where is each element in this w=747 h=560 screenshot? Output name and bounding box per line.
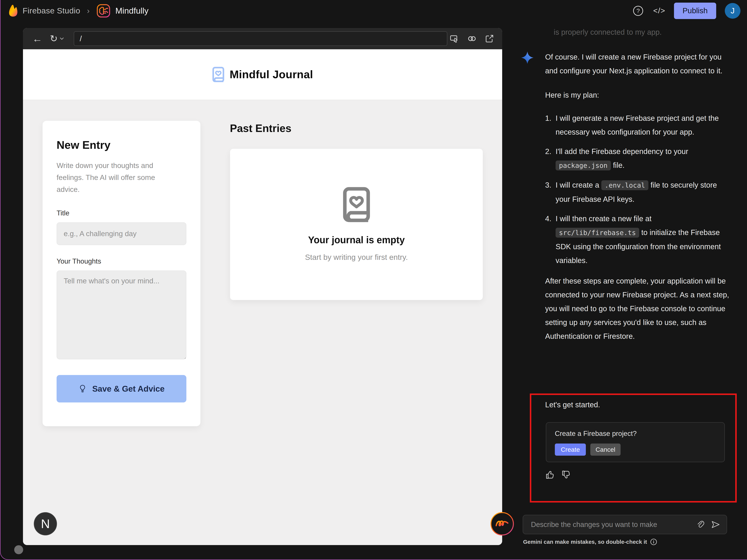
save-get-advice-button[interactable]: Save & Get Advice [57, 375, 186, 402]
code-icon[interactable]: </> [653, 6, 665, 15]
top-bar-actions: ? </> Publish J [632, 3, 741, 19]
link-icon[interactable] [467, 34, 476, 43]
plan-item-text: I will then create a new file at src/lib… [556, 212, 730, 267]
plan-item-number: 3. [545, 178, 556, 206]
plan-item: 3. I will create a .env.local file to se… [545, 178, 730, 206]
save-get-advice-label: Save & Get Advice [92, 384, 164, 394]
gemini-disclaimer-text: Gemini can make mistakes, so double-chec… [523, 539, 647, 545]
empty-journal-card: Your journal is empty Start by writing y… [230, 149, 483, 300]
inline-code: src/lib/firebase.ts [556, 228, 639, 238]
firebase-project-prompt-card: Create a Firebase project? Create Cancel [546, 422, 725, 462]
journal-app-title: Mindful Journal [230, 68, 313, 81]
chat-outro: After these steps are complete, your app… [545, 274, 730, 343]
publish-button[interactable]: Publish [674, 3, 716, 19]
flame-icon [8, 4, 18, 17]
sparkle-icon [521, 52, 534, 64]
title-label: Title [57, 209, 186, 217]
plan-heading: Here is my plan: [545, 88, 730, 102]
inline-code: package.json [556, 161, 611, 170]
status-dot [14, 545, 23, 554]
feedback-buttons [545, 470, 571, 480]
open-external-icon[interactable] [485, 34, 494, 43]
firebase-studio-window: Firebase Studio › Mindfully ? </> Publis… [0, 0, 747, 560]
gemini-disclaimer: Gemini can make mistakes, so double-chec… [523, 538, 657, 545]
info-icon[interactable] [650, 538, 657, 545]
plan-item-number: 1. [545, 111, 556, 139]
book-heart-icon [342, 187, 370, 222]
title-input[interactable] [57, 222, 186, 245]
chat-scrolled-message: is properly connected to my app. [554, 28, 662, 36]
tool-card-buttons: Create Cancel [555, 444, 716, 456]
empty-journal-subtitle: Start by writing your first entry. [305, 253, 408, 262]
plan-item-number: 2. [545, 144, 556, 172]
refresh-icon[interactable]: ↻ [49, 34, 65, 44]
new-entry-heading: New Entry [57, 139, 186, 151]
book-heart-icon [212, 67, 225, 82]
tool-card-question: Create a Firebase project? [555, 430, 716, 437]
breadcrumb-separator: › [87, 6, 89, 15]
brain-circuit-icon [96, 4, 110, 18]
plan-item-text: I will create a .env.local file to secur… [556, 178, 730, 206]
chat-input-bar [523, 515, 727, 534]
paperclip-icon[interactable] [695, 520, 705, 529]
send-icon[interactable] [710, 520, 721, 529]
new-entry-card: New Entry Write down your thoughts and f… [43, 121, 201, 426]
chevron-down-icon [59, 37, 64, 40]
top-bar: Firebase Studio › Mindfully ? </> Publis… [1, 0, 747, 22]
chat-message: Of course. I will create a new Firebase … [545, 50, 730, 343]
plan-item: 2. I'll add the Firebase dependency to y… [545, 144, 730, 172]
annotate-button[interactable] [490, 512, 514, 536]
thumb-down-icon[interactable] [561, 470, 571, 480]
url-input[interactable] [74, 31, 447, 46]
preview-toolbar: ← ↻ [23, 28, 502, 49]
plan-item: 1. I will generate a new Firebase projec… [545, 111, 730, 139]
thoughts-label: Your Thoughts [57, 258, 186, 265]
thoughts-textarea[interactable] [57, 270, 186, 359]
journal-app-content: New Entry Write down your thoughts and f… [23, 100, 502, 545]
chat-cta: Let's get started. [545, 401, 600, 409]
project-name[interactable]: Mindfully [115, 6, 149, 16]
nextjs-dev-badge[interactable]: N [34, 512, 57, 535]
create-button[interactable]: Create [555, 444, 586, 456]
scribble-icon [490, 512, 514, 536]
journal-app-header: Mindful Journal [23, 49, 502, 100]
thumb-up-icon[interactable] [545, 470, 555, 480]
plan-item-text: I will generate a new Firebase project a… [556, 111, 730, 139]
svg-text:?: ? [637, 7, 640, 14]
preview-toolbar-icons [450, 34, 494, 43]
breadcrumb: Firebase Studio › Mindfully [8, 4, 149, 18]
inspect-icon[interactable] [450, 34, 459, 43]
app-preview-pane: ← ↻ [23, 28, 502, 545]
chat-input[interactable] [523, 515, 690, 534]
new-entry-description: Write down your thoughts and feelings. T… [57, 160, 174, 195]
avatar[interactable]: J [725, 3, 741, 19]
plan-item-text: I'll add the Firebase dependency to your… [556, 144, 730, 172]
empty-journal-title: Your journal is empty [308, 235, 405, 245]
plan-item-number: 4. [545, 212, 556, 267]
app-name[interactable]: Firebase Studio [23, 6, 80, 15]
back-icon[interactable]: ← [31, 33, 44, 44]
inline-code: .env.local [601, 180, 649, 190]
chat-intro: Of course. I will create a new Firebase … [545, 50, 730, 78]
lightbulb-icon [78, 385, 87, 393]
cancel-button[interactable]: Cancel [590, 444, 621, 456]
plan-item: 4. I will then create a new file at src/… [545, 212, 730, 267]
help-icon[interactable]: ? [632, 5, 645, 17]
past-entries-heading: Past Entries [230, 122, 291, 134]
